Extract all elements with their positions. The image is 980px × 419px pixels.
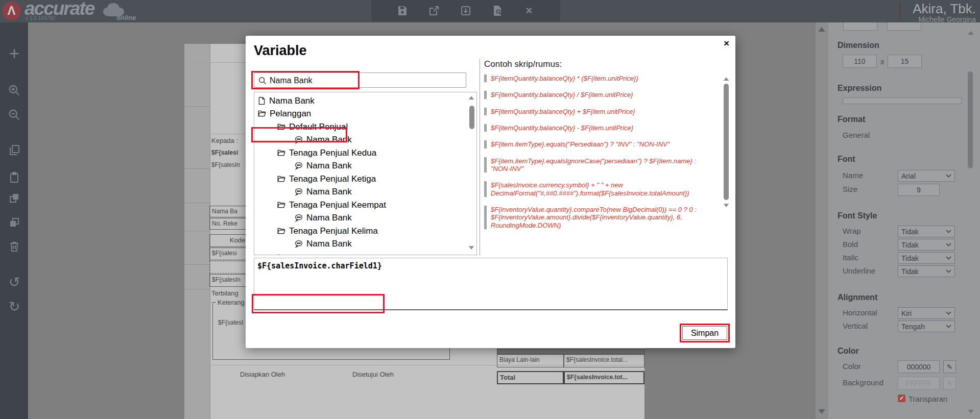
vertical-label: Vertical [843,322,868,330]
example-formula: $F{item.itemType}.equalsIgnoreCase("pers… [484,157,714,173]
doc-keterangan-label: Keterang [216,299,246,306]
width-field[interactable]: 110 [843,55,877,68]
position-x-field[interactable] [843,22,877,31]
wrap-select[interactable]: Tidak [898,226,955,237]
tree-item[interactable]: Nama Bank [294,159,352,172]
download-icon[interactable] [459,4,472,17]
sidebar-scroll-up-icon[interactable] [968,31,973,35]
doc-total-cell: Total [497,371,564,384]
examples-scroll-thumb[interactable] [724,84,729,200]
horizontal-label: Horizontal [843,308,877,317]
examples-list: $F{itemQuantity.balanceQty} * ($F{item.u… [484,75,714,229]
background-label: Background [843,378,883,387]
canvas-scrollbar[interactable] [816,22,828,419]
color-field[interactable]: 000000 [898,360,940,373]
vertical-select[interactable]: Tengah [898,321,955,332]
example-formula: $F{item.itemType}.equals("Persediaan") ?… [484,140,714,148]
font-size-label: Size [843,185,857,193]
header-divider [899,3,900,20]
chevron-down-icon [946,269,951,273]
tree-item-label: Pelanggan [270,109,311,119]
font-name-select[interactable]: Arial [898,170,955,182]
redo-icon[interactable]: ↻ [7,300,21,314]
annotation-box-expression [252,294,385,313]
color-label: Color [843,362,861,371]
zoom-in-icon[interactable] [7,83,21,97]
chevron-down-icon [946,311,951,315]
folder-open-icon [277,175,286,183]
background-field: FFFFFF [898,377,940,389]
height-field[interactable]: 15 [888,55,922,68]
format-value[interactable]: General [843,131,870,139]
expression-field[interactable] [843,97,962,104]
undo-icon[interactable]: ↺ [7,275,21,289]
tree-item-label: Tenaga Penjual Kelima [289,226,378,236]
close-designer-icon[interactable]: × [522,4,536,17]
speech-bubble-icon [294,213,303,222]
sidebar-scroll-thumb[interactable] [968,71,973,168]
logo-online-text: online [116,14,136,21]
doc-biaya-value-cell: $F{salesInvoice.total... [564,354,644,367]
band-gutter [184,44,210,419]
doc-disetujui-label: Disetujui Oleh [352,371,394,378]
tree-scroll-up-icon[interactable] [469,96,474,100]
expression-heading: Expression [838,84,881,93]
bring-forward-icon[interactable] [7,191,21,205]
examples-scroll-down-icon[interactable] [724,204,729,207]
save-icon[interactable] [396,4,409,17]
underline-value: Tidak [901,267,919,276]
dialog-close-icon[interactable]: × [724,38,729,49]
send-backward-icon[interactable] [7,215,21,230]
tree-item[interactable]: Tenaga Penjual Kedua [277,146,376,159]
folder-open-icon [277,201,286,209]
designer-toolbar: × [371,0,560,21]
properties-panel: Dimension 110 x 15 Expression Format Gen… [828,22,980,419]
italic-select[interactable]: Tidak [898,252,955,264]
wrap-value: Tidak [901,228,919,236]
paste-icon[interactable] [7,170,21,185]
tree-item[interactable]: Tenaga Penjual Kelima [277,225,378,237]
scroll-down-icon[interactable] [818,409,825,414]
tree-item-clipped[interactable] [277,251,286,255]
doc-kepada-label: Kepada : [211,137,238,144]
copy-icon[interactable] [7,143,21,157]
add-icon[interactable] [7,46,21,61]
font-name-label: Name [843,171,863,180]
font-size-field[interactable]: 9 [898,184,940,196]
sidebar-scroll-down-icon[interactable] [968,410,973,413]
scroll-up-icon[interactable] [818,27,825,32]
dimension-separator: x [880,57,885,66]
tree-item[interactable]: Nama Bank [294,237,352,250]
document-icon [257,96,266,105]
transparan-checkbox[interactable]: ✓ [898,395,905,402]
chevron-down-icon [946,325,951,328]
font-name-value: Arial [901,172,916,180]
tree-item[interactable]: Nama Bank [294,185,352,198]
doc-field: $F{salesi [211,149,238,156]
underline-select[interactable]: Tidak [898,265,955,277]
tree-item[interactable]: Tenaga Penjual Ketiga [277,172,376,185]
format-heading: Format [838,115,865,124]
position-y-field[interactable] [887,22,921,31]
tree-item[interactable]: Pelanggan [257,107,311,120]
tree-item[interactable]: Nama Bank [294,211,352,224]
preview-icon[interactable] [491,4,504,17]
horizontal-select[interactable]: Kiri [898,307,955,319]
color-pencil-icon[interactable]: ✎ [943,360,956,373]
wrap-label: Wrap [843,227,861,235]
examples-scroll-up-icon[interactable] [724,77,729,81]
panel-divider [480,59,480,255]
zoom-out-icon[interactable] [7,108,21,122]
example-formula: $F{itemQuantity.balanceQty} - $F{item.un… [484,124,714,132]
tree-scroll-down-icon[interactable] [469,246,474,250]
delete-icon[interactable] [7,239,21,254]
folder-open-icon [277,253,286,255]
tree-item[interactable]: Nama Bank [257,94,315,107]
doc-no-rekening-cell: No. Reke [209,218,246,230]
tree-item[interactable]: Tenaga Penjual Keempat [277,199,386,211]
tree-scroll-thumb[interactable] [469,106,474,129]
annotation-box-simpan [680,324,730,342]
bold-select[interactable]: Tidak [898,239,955,251]
export-icon[interactable] [427,4,441,17]
annotation-box-search [251,71,360,89]
